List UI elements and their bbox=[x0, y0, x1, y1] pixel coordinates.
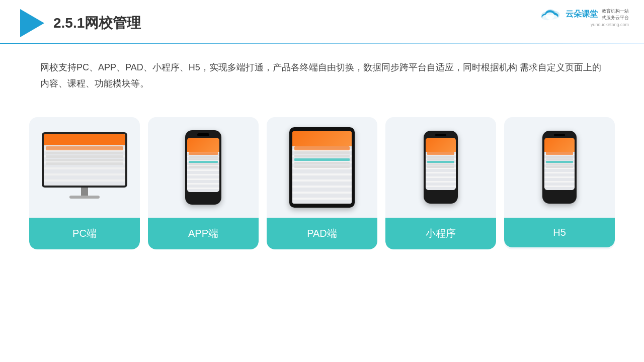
miniapp-label: 小程序 bbox=[385, 218, 496, 249]
brand-area: 云朵课堂 教育机构一站 式服务云平台 yunduoketang.com bbox=[539, 7, 629, 27]
pc-label: PC端 bbox=[29, 218, 140, 249]
svg-point-8 bbox=[545, 13, 554, 20]
miniapp-phone-icon bbox=[424, 131, 458, 204]
header: 2.5.1网校管理 云朵课堂 教育机构一站 式服务云平台 yunduoketan… bbox=[0, 0, 644, 37]
pc-monitor-icon bbox=[42, 132, 127, 203]
page-title: 2.5.1网校管理 bbox=[53, 14, 141, 33]
logo-icon bbox=[20, 9, 44, 37]
card-h5: H5 bbox=[504, 117, 615, 249]
card-pc: PC端 bbox=[29, 117, 140, 249]
h5-image-area bbox=[504, 117, 615, 218]
pad-tablet-icon bbox=[289, 127, 355, 208]
page-description: 网校支持PC、APP、PAD、小程序、H5，实现多端打通，产品各终端自由切换，数… bbox=[0, 44, 644, 102]
brand-tagline: 教育机构一站 式服务云平台 bbox=[602, 8, 629, 21]
h5-label: H5 bbox=[504, 218, 615, 247]
card-app: APP端 bbox=[148, 117, 259, 249]
app-phone-icon bbox=[185, 130, 221, 205]
pc-image-area bbox=[29, 117, 140, 218]
card-miniapp: 小程序 bbox=[385, 117, 496, 249]
card-pad: PAD端 bbox=[267, 117, 377, 249]
cloud-logo-icon bbox=[539, 7, 561, 21]
pad-label: PAD端 bbox=[267, 218, 377, 249]
brand-url: yunduoketang.com bbox=[591, 22, 629, 27]
app-label: APP端 bbox=[148, 218, 259, 249]
h5-phone-icon bbox=[542, 131, 577, 204]
pad-image-area bbox=[267, 117, 377, 218]
app-image-area bbox=[148, 117, 259, 218]
brand-name: 云朵课堂 bbox=[566, 9, 598, 20]
miniapp-image-area bbox=[385, 117, 496, 218]
device-cards-section: PC端 APP端 bbox=[0, 107, 644, 259]
